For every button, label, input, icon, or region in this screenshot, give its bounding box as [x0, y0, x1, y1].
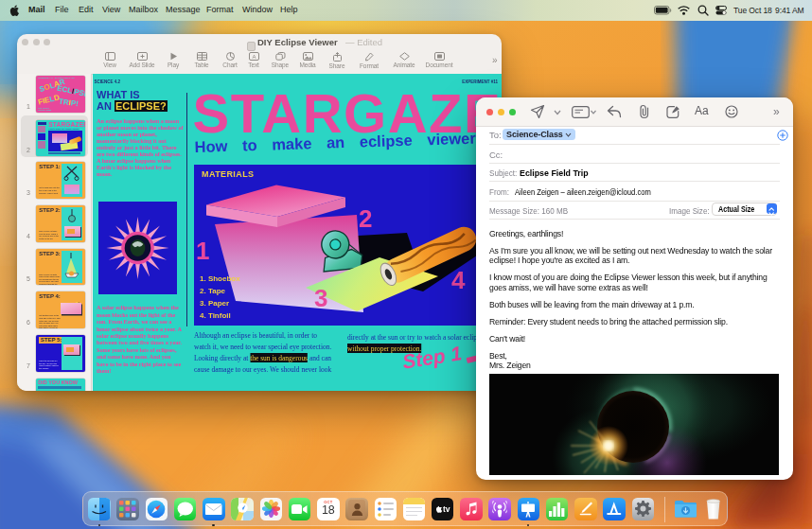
- svg-text:1: 1: [196, 237, 209, 265]
- svg-text:3: 3: [314, 284, 327, 312]
- svg-text:4: 4: [451, 266, 466, 294]
- svg-text:A: A: [252, 54, 256, 60]
- svg-text:tv: tv: [443, 504, 450, 514]
- svg-text:2: 2: [359, 204, 372, 233]
